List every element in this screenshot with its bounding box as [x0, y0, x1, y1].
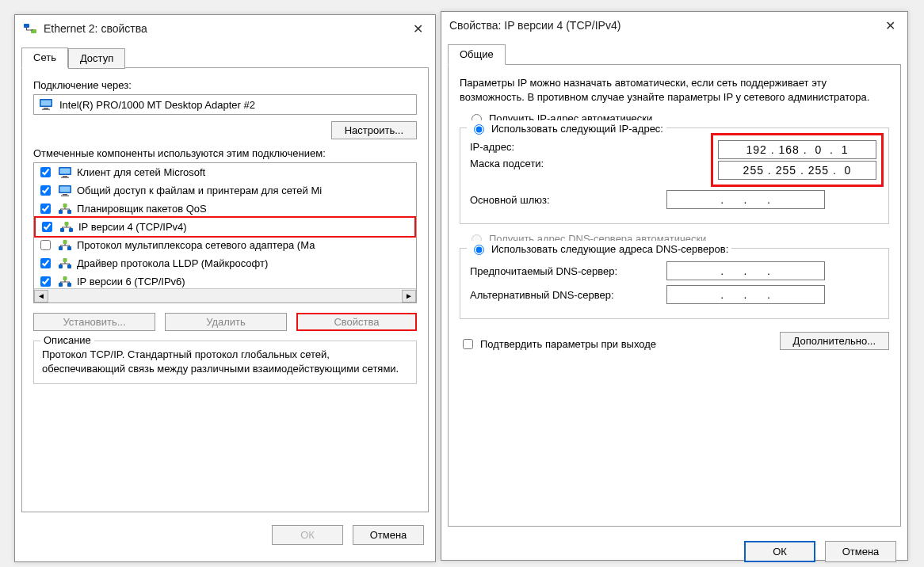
advanced-button[interactable]: Дополнительно...	[780, 332, 889, 350]
ip-address-input[interactable]	[718, 140, 876, 159]
manual-ip-fieldset: Использовать следующий IP-адрес: IP-адре…	[460, 127, 889, 224]
tab-access[interactable]: Доступ	[68, 48, 125, 69]
component-label: IP версии 4 (TCP/IPv4)	[78, 221, 187, 233]
network-icon	[58, 239, 72, 252]
scroll-right-icon[interactable]: ►	[402, 290, 416, 303]
component-label: Общий доступ к файлам и принтерам для се…	[77, 185, 322, 196]
component-checkbox[interactable]	[42, 222, 52, 232]
description-legend: Описание	[40, 334, 94, 346]
titlebar-right: Свойства: IP версии 4 (TCP/IPv4) ✕	[441, 12, 907, 39]
network-icon	[58, 203, 72, 215]
configure-button[interactable]: Настроить...	[331, 121, 417, 139]
svg-rect-23	[59, 264, 63, 268]
svg-rect-17	[60, 228, 64, 232]
window-title: Ethernet 2: свойства	[44, 22, 147, 35]
svg-rect-19	[65, 222, 69, 226]
ip-label: IP-адрес:	[470, 141, 660, 153]
left-tabs: Сеть Доступ	[15, 47, 435, 67]
monitor-icon	[39, 98, 53, 111]
component-label: Планировщик пакетов QoS	[77, 203, 207, 215]
tab-general[interactable]: Общие	[448, 44, 506, 65]
gateway-label: Основной шлюз:	[470, 194, 660, 206]
intro-text: Параметры IP можно назначать автоматичес…	[460, 76, 889, 104]
ipv4-properties-window: Свойства: IP версии 4 (TCP/IPv4) ✕ Общие…	[441, 11, 908, 561]
monitor-icon	[58, 185, 72, 197]
component-item[interactable]: IP версии 4 (TCP/IPv4)	[34, 216, 416, 238]
component-checkbox[interactable]	[40, 185, 51, 196]
monitor-icon	[58, 166, 72, 179]
confirm-on-exit-checkbox[interactable]: Подтвердить параметры при выходе	[460, 337, 656, 352]
component-checkbox[interactable]	[40, 276, 51, 287]
svg-rect-25	[63, 258, 67, 262]
component-item[interactable]: Общий доступ к файлам и принтерам для се…	[34, 181, 416, 200]
svg-rect-15	[67, 210, 71, 214]
component-label: Протокол мультиплексора сетевого адаптер…	[77, 239, 315, 251]
svg-rect-28	[63, 276, 67, 280]
components-label: Отмеченные компоненты используются этим …	[33, 147, 417, 159]
properties-button[interactable]: Свойства	[296, 313, 417, 331]
dns2-input[interactable]	[666, 285, 825, 304]
svg-rect-4	[44, 108, 48, 109]
svg-rect-16	[63, 204, 67, 207]
component-item[interactable]: IP версии 6 (TCP/IPv6)	[34, 272, 416, 288]
gateway-input[interactable]	[666, 190, 825, 209]
svg-rect-3	[41, 101, 52, 106]
svg-rect-0	[24, 24, 29, 28]
ethernet-properties-window: Ethernet 2: свойства ✕ Сеть Доступ Подкл…	[14, 14, 436, 562]
adapter-box: Intel(R) PRO/1000 MT Desktop Adapter #2	[33, 94, 417, 115]
manual-dns-fieldset: Использовать следующие адреса DNS-сервер…	[460, 248, 889, 319]
right-tabs: Общие	[441, 44, 907, 64]
svg-rect-7	[60, 168, 71, 173]
cancel-button-left[interactable]: Отмена	[353, 525, 424, 545]
ethernet-icon	[23, 22, 37, 35]
radio-manual-dns[interactable]: Использовать следующие адреса DNS-сервер…	[470, 241, 728, 257]
component-checkbox[interactable]	[40, 240, 51, 250]
cancel-button-right[interactable]: Отмена	[825, 541, 896, 562]
ok-button-left[interactable]: ОК	[272, 525, 343, 545]
tab-network[interactable]: Сеть	[21, 48, 68, 68]
scroll-left-icon[interactable]: ◄	[34, 290, 48, 303]
svg-rect-13	[61, 195, 69, 196]
dns1-input[interactable]	[666, 261, 825, 280]
description-group: Описание Протокол TCP/IP. Стандартный пр…	[33, 341, 417, 384]
component-checkbox[interactable]	[40, 204, 51, 214]
dns1-label: Предпочитаемый DNS-сервер:	[470, 265, 660, 277]
component-checkbox[interactable]	[40, 258, 51, 268]
svg-rect-22	[63, 240, 67, 244]
description-text: Протокол TCP/IP. Стандартный протокол гл…	[42, 348, 408, 375]
titlebar-left: Ethernet 2: свойства ✕	[15, 15, 435, 42]
component-item[interactable]: Клиент для сетей Microsoft	[34, 163, 416, 181]
svg-rect-26	[59, 283, 63, 287]
horizontal-scrollbar[interactable]: ◄ ►	[34, 288, 416, 303]
ip-highlight	[711, 133, 884, 187]
svg-rect-21	[67, 246, 71, 250]
svg-rect-12	[63, 194, 67, 196]
close-icon[interactable]: ✕	[407, 20, 429, 37]
network-tab-pane: Подключение через: Intel(R) PRO/1000 MT …	[21, 67, 429, 512]
general-tab-pane: Параметры IP можно назначать автоматичес…	[448, 64, 901, 527]
network-icon	[58, 257, 72, 270]
component-item[interactable]: Протокол мультиплексора сетевого адаптер…	[34, 236, 416, 254]
window-title-right: Свойства: IP версии 4 (TCP/IPv4)	[449, 19, 620, 32]
component-item[interactable]: Планировщик пакетов QoS	[34, 200, 416, 218]
component-item[interactable]: Драйвер протокола LLDP (Майкрософт)	[34, 254, 416, 272]
ok-button-right[interactable]: ОК	[744, 541, 815, 562]
svg-rect-9	[61, 177, 69, 178]
components-list: Клиент для сетей MicrosoftОбщий доступ к…	[33, 162, 417, 303]
svg-rect-27	[67, 283, 71, 287]
close-icon[interactable]: ✕	[879, 17, 901, 34]
subnet-mask-input[interactable]	[718, 161, 876, 180]
network-icon	[59, 221, 74, 234]
network-icon	[58, 276, 72, 288]
svg-rect-8	[63, 176, 67, 177]
svg-rect-24	[67, 264, 71, 268]
component-label: IP версии 6 (TCP/IPv6)	[77, 276, 185, 287]
radio-manual-ip[interactable]: Использовать следующий IP-адрес:	[470, 120, 663, 136]
svg-rect-20	[59, 246, 63, 250]
mask-label: Маска подсети:	[470, 158, 660, 169]
component-checkbox[interactable]	[40, 167, 51, 177]
component-label: Клиент для сетей Microsoft	[77, 166, 205, 178]
uninstall-button[interactable]: Удалить	[165, 313, 287, 331]
svg-rect-11	[60, 186, 71, 192]
install-button[interactable]: Установить...	[33, 313, 155, 331]
